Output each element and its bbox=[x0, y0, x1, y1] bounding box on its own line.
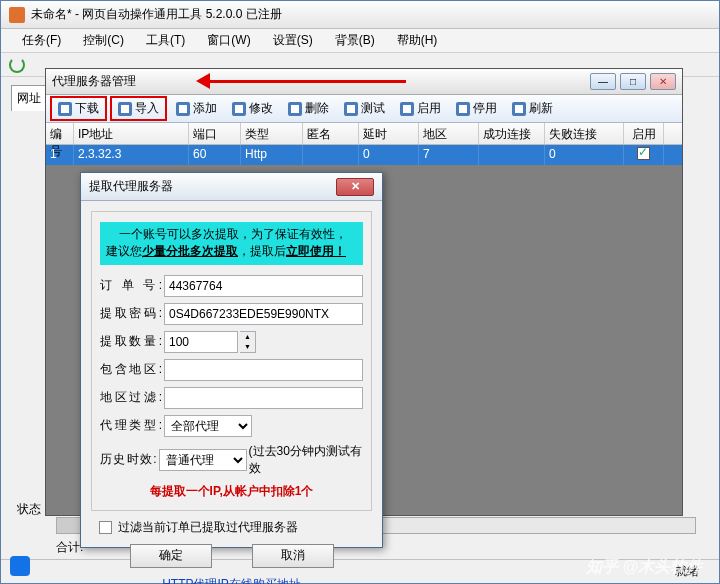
watermark: 知乎 @木头软件 bbox=[586, 557, 702, 578]
filter-label: 过滤当前订单已提取过代理服务器 bbox=[118, 519, 298, 536]
close-button[interactable]: ✕ bbox=[650, 73, 676, 90]
import-icon bbox=[118, 102, 132, 116]
enable-checkbox[interactable] bbox=[637, 147, 650, 160]
enable-icon bbox=[400, 102, 414, 116]
refresh2-icon bbox=[512, 102, 526, 116]
col-region[interactable]: 地区 bbox=[419, 123, 479, 144]
exclude-region-input[interactable] bbox=[164, 387, 363, 409]
proxy-title: 代理服务器管理 bbox=[52, 73, 136, 90]
zhihu-logo-icon bbox=[10, 556, 30, 576]
order-input[interactable] bbox=[164, 275, 363, 297]
cell-ip: 2.3.32.3 bbox=[74, 145, 189, 165]
label-include-region: 包含地区: bbox=[100, 361, 162, 378]
tb-add-button[interactable]: 添加 bbox=[170, 98, 223, 119]
col-succ[interactable]: 成功连接 bbox=[479, 123, 545, 144]
label-exclude-region: 地区过滤: bbox=[100, 389, 162, 406]
col-port[interactable]: 端口 bbox=[189, 123, 241, 144]
tb-disable-button[interactable]: 停用 bbox=[450, 98, 503, 119]
proxy-toolbar: 下载 导入 添加 修改 删除 测试 启用 停用 刷新 bbox=[46, 95, 682, 123]
disable-icon bbox=[456, 102, 470, 116]
col-ip[interactable]: IP地址 bbox=[74, 123, 189, 144]
label-order: 订 单 号: bbox=[100, 277, 162, 294]
cell-succ bbox=[479, 145, 545, 165]
minimize-button[interactable]: — bbox=[590, 73, 616, 90]
filter-checkbox-row[interactable]: 过滤当前订单已提取过代理服务器 bbox=[99, 519, 364, 536]
menu-control[interactable]: 控制(C) bbox=[74, 30, 133, 51]
cell-port: 60 bbox=[189, 145, 241, 165]
cell-enable bbox=[624, 145, 664, 165]
purchase-link[interactable]: HTTP代理IP在线购买地址 bbox=[162, 577, 301, 584]
warning-text: 每提取一个IP,从帐户中扣除1个 bbox=[100, 483, 363, 500]
history-select[interactable]: 普通代理 bbox=[159, 449, 247, 471]
dialog-close-button[interactable]: ✕ bbox=[336, 178, 374, 196]
col-fail[interactable]: 失败连接 bbox=[545, 123, 624, 144]
col-index[interactable]: 编号 bbox=[46, 123, 74, 144]
col-enable[interactable]: 启用 bbox=[624, 123, 664, 144]
menu-background[interactable]: 背景(B) bbox=[326, 30, 384, 51]
proxy-type-select[interactable]: 全部代理 bbox=[164, 415, 252, 437]
dialog-title: 提取代理服务器 bbox=[89, 178, 173, 195]
extract-proxy-dialog: 提取代理服务器 ✕ 一个账号可以多次提取，为了保证有效性， 建议您少量分批多次提… bbox=[80, 172, 383, 548]
download-icon bbox=[58, 102, 72, 116]
menu-help[interactable]: 帮助(H) bbox=[388, 30, 447, 51]
col-anon[interactable]: 匿名 bbox=[303, 123, 359, 144]
annotation-arrow bbox=[206, 75, 406, 89]
test-icon bbox=[344, 102, 358, 116]
label-quantity: 提取数量: bbox=[100, 333, 162, 350]
quantity-input[interactable] bbox=[164, 331, 238, 353]
cell-fail: 0 bbox=[545, 145, 624, 165]
menu-settings[interactable]: 设置(S) bbox=[264, 30, 322, 51]
edit-icon bbox=[232, 102, 246, 116]
proxy-row[interactable]: 1 2.3.32.3 60 Http 0 7 0 bbox=[46, 145, 682, 165]
label-history: 历史时效: bbox=[100, 451, 157, 468]
dialog-fieldset: 一个账号可以多次提取，为了保证有效性， 建议您少量分批多次提取，提取后立即使用！… bbox=[91, 211, 372, 511]
refresh-icon[interactable] bbox=[9, 57, 25, 73]
col-type[interactable]: 类型 bbox=[241, 123, 303, 144]
menu-window[interactable]: 窗口(W) bbox=[198, 30, 259, 51]
delete-icon bbox=[288, 102, 302, 116]
label-password: 提取密码: bbox=[100, 305, 162, 322]
main-title: 未命名* - 网页自动操作通用工具 5.2.0.0 已注册 bbox=[31, 6, 282, 23]
label-proxy-type: 代理类型: bbox=[100, 417, 162, 434]
tb-enable-button[interactable]: 启用 bbox=[394, 98, 447, 119]
main-titlebar[interactable]: 未命名* - 网页自动操作通用工具 5.2.0.0 已注册 bbox=[1, 1, 719, 29]
filter-checkbox[interactable] bbox=[99, 521, 112, 534]
cell-type: Http bbox=[241, 145, 303, 165]
dialog-hint: 一个账号可以多次提取，为了保证有效性， 建议您少量分批多次提取，提取后立即使用！ bbox=[100, 222, 363, 265]
cell-index: 1 bbox=[46, 145, 74, 165]
add-icon bbox=[176, 102, 190, 116]
menu-tools[interactable]: 工具(T) bbox=[137, 30, 194, 51]
side-tab-url[interactable]: 网址 bbox=[11, 85, 46, 111]
quantity-spinner[interactable]: ▲▼ bbox=[240, 331, 256, 353]
password-input[interactable] bbox=[164, 303, 363, 325]
tb-import-button[interactable]: 导入 bbox=[110, 96, 167, 121]
side-tab-status[interactable]: 状态 bbox=[11, 501, 46, 518]
cell-region: 7 bbox=[419, 145, 479, 165]
purchase-link-row: HTTP代理IP在线购买地址 bbox=[81, 574, 382, 584]
cell-anon bbox=[303, 145, 359, 165]
tb-download-button[interactable]: 下载 bbox=[50, 96, 107, 121]
maximize-button[interactable]: □ bbox=[620, 73, 646, 90]
dialog-titlebar[interactable]: 提取代理服务器 ✕ bbox=[81, 173, 382, 201]
cancel-button[interactable]: 取消 bbox=[252, 544, 334, 568]
tb-test-button[interactable]: 测试 bbox=[338, 98, 391, 119]
proxy-titlebar[interactable]: 代理服务器管理 — □ ✕ bbox=[46, 69, 682, 95]
dialog-button-row: 确定 取消 bbox=[81, 544, 382, 568]
main-menubar: 任务(F) 控制(C) 工具(T) 窗口(W) 设置(S) 背景(B) 帮助(H… bbox=[1, 29, 719, 53]
tb-edit-button[interactable]: 修改 bbox=[226, 98, 279, 119]
history-suffix: (过去30分钟内测试有效 bbox=[249, 443, 363, 477]
include-region-input[interactable] bbox=[164, 359, 363, 381]
menu-task[interactable]: 任务(F) bbox=[13, 30, 70, 51]
col-latency[interactable]: 延时 bbox=[359, 123, 419, 144]
tb-refresh-button[interactable]: 刷新 bbox=[506, 98, 559, 119]
ok-button[interactable]: 确定 bbox=[130, 544, 212, 568]
tb-delete-button[interactable]: 删除 bbox=[282, 98, 335, 119]
cell-latency: 0 bbox=[359, 145, 419, 165]
app-icon bbox=[9, 7, 25, 23]
proxy-grid-header: 编号 IP地址 端口 类型 匿名 延时 地区 成功连接 失败连接 启用 bbox=[46, 123, 682, 145]
